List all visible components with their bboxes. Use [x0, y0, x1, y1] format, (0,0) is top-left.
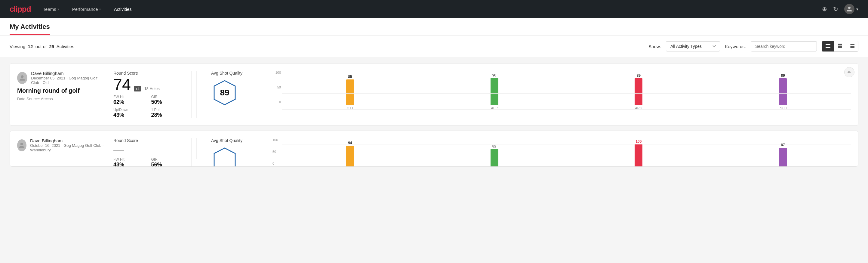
svg-rect-9	[850, 46, 850, 47]
fw-hit-value: 62%	[114, 99, 144, 105]
card-user-info: Dave Billingham December 05, 2021 · Gog …	[17, 71, 114, 101]
view-grid-button[interactable]	[834, 41, 846, 52]
logo[interactable]: clippd	[10, 4, 31, 14]
nav-item-performance[interactable]: Performance ▾	[71, 7, 102, 12]
fw-hit-stat: FW Hit 43%	[114, 157, 144, 167]
show-label: Show:	[648, 44, 661, 49]
svg-rect-1	[826, 46, 830, 46]
bar-putt	[779, 78, 787, 105]
user-row: Dave Billingham October 16, 2021 · Gog M…	[17, 138, 104, 152]
card-stats: Round Score — FW Hit 43% GIR 56%	[114, 138, 192, 167]
view-list-button[interactable]	[846, 41, 858, 52]
profile-button[interactable]: ▾	[844, 4, 858, 14]
svg-marker-14	[214, 148, 235, 167]
gir-stat: GIR 56%	[151, 157, 182, 167]
round-score-label: Round Score	[114, 71, 182, 76]
svg-rect-5	[838, 46, 840, 48]
svg-rect-10	[851, 46, 855, 47]
bar-group-arg: 106	[571, 139, 707, 167]
gir-label: GIR	[151, 95, 182, 99]
fw-hit-value: 43%	[114, 162, 144, 167]
updown-value: 43%	[114, 112, 144, 118]
y-axis-labels: 100 50 0	[273, 138, 281, 165]
quality-title: Avg Shot Quality	[211, 71, 242, 76]
hex-score-value: 89	[220, 88, 229, 97]
gir-label: GIR	[151, 157, 182, 162]
view-list-compact-button[interactable]	[822, 41, 834, 52]
svg-rect-3	[838, 43, 840, 46]
teams-chevron-icon: ▾	[57, 7, 59, 11]
add-icon[interactable]: ⊕	[822, 5, 827, 12]
bar-arg	[634, 78, 643, 105]
refresh-icon[interactable]: ↻	[833, 5, 838, 12]
bar-group-ott: 85 OTT	[282, 75, 418, 110]
stat-grid: FW Hit 43% GIR 56%	[114, 157, 182, 167]
svg-rect-7	[850, 44, 850, 45]
gir-value: 56%	[151, 162, 182, 167]
card-user-info: Dave Billingham October 16, 2021 · Gog M…	[17, 138, 114, 155]
score-value: 74	[114, 77, 131, 92]
stat-grid: FW Hit 62% GIR 50% Up/Down 43% 1 Putt 28…	[114, 95, 182, 118]
divider	[196, 138, 197, 159]
user-name: Dave Billingham	[31, 71, 104, 76]
quality-title: Avg Shot Quality	[211, 138, 242, 143]
user-date: October 16, 2021 · Gog Magog Golf Club -…	[30, 143, 104, 152]
gir-stat: GIR 50%	[151, 95, 182, 105]
bar-group-app: 82	[427, 144, 562, 167]
activity-card: Dave Billingham October 16, 2021 · Gog M…	[10, 130, 858, 167]
user-date: December 05, 2021 · Gog Magog Golf Club …	[31, 76, 104, 85]
user-name: Dave Billingham	[30, 138, 104, 143]
filter-bar: Viewing 12 out of 29 Activities Show: Al…	[0, 35, 868, 57]
divider	[196, 71, 197, 118]
fw-hit-stat: FW Hit 62%	[114, 95, 144, 105]
activity-card: ✏ Dave Billingham December 05, 2021 · Go…	[10, 63, 858, 126]
oneputt-label: 1 Putt	[151, 108, 182, 112]
navbar-left: clippd Teams ▾ Performance ▾ Activities	[10, 4, 133, 14]
oneputt-value: 28%	[151, 112, 182, 118]
bar-ott	[346, 80, 354, 105]
activity-type-select[interactable]: All Activity Types Round Practice Lesson	[666, 41, 720, 52]
nav-item-activities[interactable]: Activities	[113, 7, 133, 12]
oneputt-stat: 1 Putt 28%	[151, 108, 182, 118]
search-input[interactable]	[751, 41, 817, 52]
viewing-count: Viewing 12 out of 29 Activities	[10, 44, 644, 49]
user-row: Dave Billingham December 05, 2021 · Gog …	[17, 71, 104, 85]
activities-content: ✏ Dave Billingham December 05, 2021 · Go…	[0, 57, 868, 178]
avatar	[17, 72, 27, 84]
svg-rect-6	[840, 46, 842, 48]
filter-controls: Show: All Activity Types Round Practice …	[648, 41, 858, 52]
page-title: My Activities	[10, 23, 50, 35]
bar-group-putt: 89 PUTT	[715, 74, 851, 110]
updown-stat: Up/Down 43%	[114, 108, 144, 118]
profile-chevron-icon: ▾	[856, 7, 858, 11]
view-toggles	[822, 41, 858, 52]
user-info: Dave Billingham December 05, 2021 · Gog …	[31, 71, 104, 85]
card-chart: 100 50 0 94 82	[268, 138, 851, 167]
hexagon-score	[211, 147, 238, 167]
keywords-label: Keywords:	[725, 44, 746, 49]
card-quality: Avg Shot Quality 89	[202, 71, 268, 106]
updown-label: Up/Down	[114, 108, 144, 112]
fw-hit-label: FW Hit	[114, 95, 144, 99]
svg-rect-12	[851, 47, 855, 48]
bar-group-putt: 87	[715, 143, 851, 167]
avatar	[17, 139, 27, 151]
navbar-right: ⊕ ↻ ▾	[822, 4, 858, 14]
bar-group-ott: 94	[282, 141, 418, 167]
svg-rect-8	[851, 44, 855, 45]
svg-rect-2	[826, 47, 830, 48]
avatar	[844, 4, 855, 14]
score-value: —	[114, 144, 124, 155]
card-chart: 100 50 0 85 OTT	[268, 71, 851, 110]
page-header: My Activities	[0, 18, 868, 35]
score-row: —	[114, 144, 182, 155]
nav-item-teams[interactable]: Teams ▾	[42, 7, 60, 12]
gir-value: 50%	[151, 99, 182, 105]
user-info: Dave Billingham October 16, 2021 · Gog M…	[30, 138, 104, 152]
score-row: 74 +4 18 Holes	[114, 77, 182, 92]
svg-rect-11	[850, 47, 850, 48]
performance-chevron-icon: ▾	[99, 7, 101, 11]
holes-label: 18 Holes	[144, 86, 159, 91]
activity-title: Morning round of golf	[17, 87, 104, 94]
data-source: Data Source: Arccos	[17, 96, 104, 101]
